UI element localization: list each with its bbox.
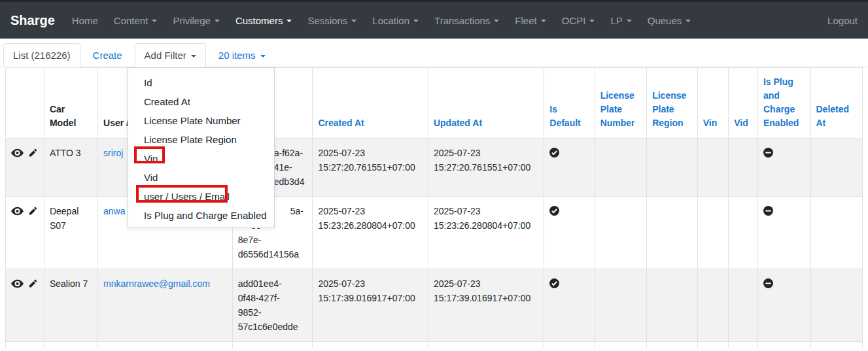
edit-pencil-icon[interactable] <box>28 148 38 158</box>
actions-cell <box>6 269 44 342</box>
nav-item-fleet[interactable]: Fleet <box>507 10 553 31</box>
nav-item-label: Location <box>372 15 409 26</box>
column-header-deleted-at[interactable]: Deleted At <box>810 68 863 139</box>
nav-item-label: Privilege <box>173 15 211 26</box>
is-plug-and-charge-enabled-cell <box>757 139 810 197</box>
column-header-is-plug-and-charge-enabled[interactable]: Is Plug and Charge Enabled <box>757 68 810 139</box>
nav-item-content[interactable]: Content <box>106 10 165 31</box>
updated-at-cell: 2025-07-23 15:23:26.280804+07:00 <box>428 197 544 269</box>
license-plate-number-cell <box>595 197 647 269</box>
nav-menu: Home Content Privilege Customers Session… <box>64 10 827 31</box>
filter-menu-item-license-plate-number[interactable]: License Plate Number <box>128 111 274 130</box>
filter-menu-item-user-users-email[interactable]: user / Users / Email <box>128 187 274 206</box>
column-header-license-plate-region[interactable]: License Plate Region <box>647 68 698 139</box>
nav-item-label: Queues <box>648 15 682 26</box>
nav-item-transactions[interactable]: Transactions <box>426 10 507 31</box>
license-plate-region-cell <box>647 139 698 197</box>
filter-menu-item-id[interactable]: Id <box>128 73 274 92</box>
column-header-car-model: Car Model <box>44 68 97 139</box>
caret-down-icon <box>215 20 220 22</box>
nav-item-label: Home <box>72 15 98 26</box>
caret-down-icon <box>413 20 419 22</box>
view-eye-icon[interactable] <box>11 207 24 216</box>
caret-down-icon <box>494 20 499 22</box>
check-circle-icon <box>549 206 559 216</box>
filter-menu-item-vid[interactable]: Vid <box>128 168 274 187</box>
nav-item-customers[interactable]: Customers <box>228 10 300 31</box>
license-plate-region-cell <box>647 197 698 269</box>
top-navbar: Sharge Home Content Privilege Customers … <box>0 0 868 39</box>
created-at-cell: 2025-07-23 15:23:26.280804+07:00 <box>313 197 428 269</box>
column-header-is-default[interactable]: Is Default <box>544 68 595 139</box>
nav-item-home[interactable]: Home <box>64 10 106 31</box>
car-model-cell: Deepal S07 <box>44 197 97 269</box>
deleted-at-cell <box>810 197 863 269</box>
caret-down-icon <box>191 55 196 58</box>
car-model-cell: ATTO 3 <box>44 139 97 197</box>
column-header-vin[interactable]: Vin <box>697 68 729 139</box>
actions-cell <box>6 197 44 269</box>
updated-at-cell: 2025-07-23 15:27:20.761551+07:00 <box>428 139 544 197</box>
is-plug-and-charge-enabled-cell <box>757 269 810 342</box>
column-header-updated-at[interactable]: Updated At <box>428 68 544 139</box>
filter-menu-item-is-plug-and-charge-enabled[interactable]: Is Plug and Charge Enabled <box>128 206 274 225</box>
is-default-cell <box>544 197 595 269</box>
minus-circle-icon <box>763 206 773 216</box>
nav-item-queues[interactable]: Queues <box>640 10 699 31</box>
user-email-cell: mnkarnrawee@gmail.com <box>98 269 233 342</box>
vin-cell <box>697 197 729 269</box>
nav-item-location[interactable]: Location <box>364 10 426 31</box>
edit-pencil-icon[interactable] <box>28 206 38 216</box>
add-filter-label: Add Filter <box>145 50 186 61</box>
nav-item-lp[interactable]: LP <box>602 10 639 31</box>
vid-cell <box>729 139 758 197</box>
nav-item-label: OCPI <box>562 15 586 26</box>
column-header-vid[interactable]: Vid <box>729 68 758 139</box>
nav-item-ocpi[interactable]: OCPI <box>554 10 603 31</box>
caret-down-icon <box>286 20 292 22</box>
list-toolbar: List (216226) Create Add Filter 20 items <box>0 39 868 67</box>
check-circle-icon <box>549 148 559 158</box>
caret-down-icon <box>260 55 266 58</box>
is-default-cell <box>544 139 595 197</box>
vid-cell <box>729 269 758 342</box>
page-size-dropdown-button[interactable]: 20 items <box>209 44 275 67</box>
caret-down-icon <box>627 20 632 22</box>
nav-item-label: Sessions <box>307 15 347 26</box>
user-email-link[interactable]: anwa <box>103 206 125 216</box>
user-email-link[interactable]: sriroj <box>103 148 123 158</box>
user-email-link[interactable]: mnkarnrawee@gmail.com <box>103 278 210 289</box>
caret-down-icon <box>686 20 691 22</box>
filter-menu-item-license-plate-region[interactable]: License Plate Region <box>128 130 274 149</box>
filter-menu-item-created-at[interactable]: Created At <box>128 92 274 111</box>
column-header-created-at[interactable]: Created At <box>313 68 428 139</box>
tab-list[interactable]: List (216226) <box>3 43 80 67</box>
created-at-cell: 2025-07-23 15:17:39.016917+07:00 <box>313 269 428 342</box>
deleted-at-cell <box>810 139 863 197</box>
nav-item-label: Content <box>114 15 148 26</box>
column-header-license-plate-number[interactable]: License Plate Number <box>595 68 647 139</box>
tab-create[interactable]: Create <box>84 44 131 67</box>
nav-item-label: Transactions <box>434 15 490 26</box>
brand-link[interactable]: Sharge <box>10 13 55 28</box>
nav-item-sessions[interactable]: Sessions <box>300 10 364 31</box>
page-size-label: 20 items <box>218 50 256 61</box>
check-circle-icon <box>549 278 559 288</box>
vin-cell <box>697 139 729 197</box>
nav-item-label: Fleet <box>515 15 536 26</box>
car-model-cell: Sealion 7 <box>44 269 97 342</box>
view-eye-icon[interactable] <box>11 279 24 288</box>
minus-circle-icon <box>763 148 773 158</box>
caret-down-icon <box>152 20 157 22</box>
nav-item-privilege[interactable]: Privilege <box>165 10 228 31</box>
filter-menu-item-vin[interactable]: Vin <box>128 149 274 168</box>
view-eye-icon[interactable] <box>11 148 24 158</box>
logout-button[interactable]: Logout <box>827 15 858 26</box>
table-row: Sealion 7 mnkarnrawee@gmail.com add01ee4… <box>6 269 863 342</box>
updated-at-cell: 2025-07-23 15:17:39.016917+07:00 <box>428 269 544 342</box>
license-plate-region-cell <box>647 269 698 342</box>
edit-pencil-icon[interactable] <box>28 278 38 288</box>
add-filter-dropdown-button[interactable]: Add Filter <box>135 43 206 67</box>
nav-item-label: Customers <box>235 15 283 26</box>
id-cell: add01ee4- 0f48-427f- 9852- 57c1c6e0edde <box>232 269 313 342</box>
